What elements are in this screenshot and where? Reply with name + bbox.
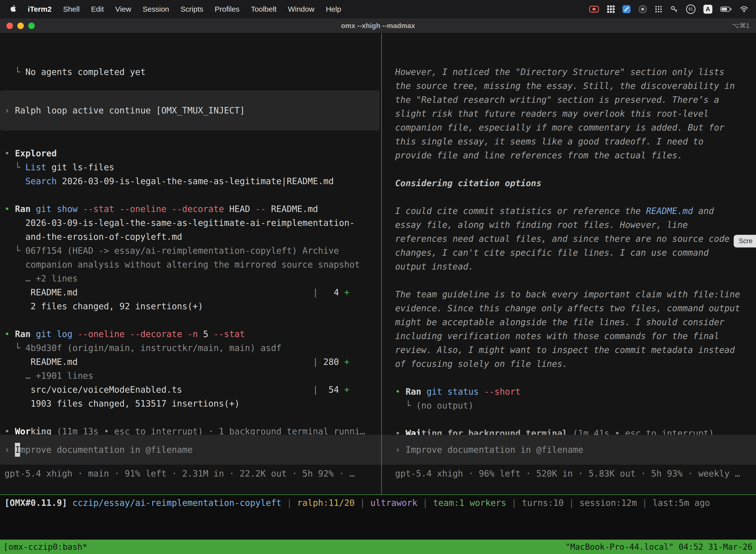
ran-git-status-line: • Ran git status --short <box>395 385 756 399</box>
text-run: essay file, along with finding root file… <box>395 220 688 230</box>
model-status-left: gpt-5.4 xhigh · main · 91% left · 2.31M … <box>4 466 355 481</box>
terminal-pane-right[interactable]: However, I noticed the "Directory Struct… <box>382 33 756 494</box>
text-run: might be acceptable alongside the file l… <box>395 317 724 327</box>
close-window-button[interactable] <box>6 22 13 29</box>
text-run: cczip/essay/ai-reimplementation-copyleft <box>72 498 281 508</box>
input-source-letter: A <box>706 6 710 13</box>
text-run: companion file, especially if more comme… <box>395 123 724 132</box>
text-run: Ralph loop active continue <box>15 106 156 115</box>
terminal-line: review. Also, I might want to inspect th… <box>395 343 756 357</box>
menu-item-iterm2[interactable]: iTerm2 <box>28 5 52 13</box>
text-run: review. Also, I might want to inspect th… <box>395 345 735 355</box>
menu-item-window[interactable]: Window <box>288 5 315 13</box>
text-run: and-the-erosion-of-copyleft.md <box>4 232 182 242</box>
menu-item-view[interactable]: View <box>115 5 131 13</box>
text-run <box>30 329 36 339</box>
terminal-line: README.md | 280 + <box>4 355 381 369</box>
text-run: … +2 lines <box>4 274 78 283</box>
input-source-icon[interactable]: A <box>703 5 712 14</box>
text-run: • <box>4 329 15 339</box>
text-run: including verification notes with those … <box>395 331 719 341</box>
text-run: └ <box>4 67 25 77</box>
menu-item-session[interactable]: Session <box>143 5 169 13</box>
terminal-line: src/voice/voiceModeEnabled.ts | 54 + <box>4 383 381 397</box>
menu-item-profiles[interactable]: Profiles <box>214 5 239 13</box>
tmux-host-clock: "MacBook-Pro-44.local" 04:52 31-Mar-26 <box>565 542 753 552</box>
battery-percent-value: 61 <box>689 7 693 11</box>
menu-bar: iTerm2ShellEditViewSessionScriptsProfile… <box>0 0 756 18</box>
terminal-line: provide file and line references from th… <box>395 149 756 162</box>
text-run: 2 files changed, 92 insertions(+) <box>4 301 203 311</box>
text-run: README.md <box>4 287 78 297</box>
battery-icon[interactable] <box>720 6 732 12</box>
pane-right-scrollback: However, I noticed the "Directory Struct… <box>395 65 756 440</box>
terminal-pane-left[interactable]: └ No agents completed yet› Ralph loop ac… <box>0 33 381 494</box>
screen-tooltip[interactable]: Scre <box>734 235 756 247</box>
text-run: No agents completed yet <box>25 67 145 77</box>
menu-item-help[interactable]: Help <box>326 5 341 13</box>
menu-bar-status-icons: 61 A <box>589 4 749 14</box>
text-run: and <box>693 206 714 216</box>
screen-recording-indicator-icon[interactable] <box>589 5 599 13</box>
text-run: Improve documentation in @filename <box>405 443 583 457</box>
text-run: Ran <box>405 387 421 397</box>
text-run: 1903 files changed, 513517 insertions(+) <box>4 399 240 408</box>
text-run: slight risk that future readers may over… <box>395 109 709 119</box>
text-run: 2026-03-09-is-legal-the-same-as-legitima… <box>57 176 334 186</box>
dark-app-icon[interactable] <box>638 5 647 13</box>
text-run: companion analysis without altering the … <box>4 260 360 270</box>
text-run <box>182 385 313 395</box>
terminal-line: Search 2026-03-09-is-legal-the-same-as-l… <box>4 174 381 188</box>
window-title: omx --xhigh --madmax <box>341 22 415 30</box>
text-run: changes, I can't cite specific file line… <box>395 248 709 258</box>
menu-item-edit[interactable]: Edit <box>91 5 104 13</box>
terminal-line: companion file, especially if more comme… <box>395 121 756 134</box>
grid-icon[interactable] <box>607 5 615 13</box>
text-run: ultrawork <box>370 498 418 508</box>
terminal-line: 2 files changed, 92 insertions(+) <box>4 299 381 313</box>
text-run: turns:10 <box>522 498 564 508</box>
terminal-line: essay file, along with finding root file… <box>395 218 756 232</box>
terminal-line: evidence. Since this change only affects… <box>395 301 756 315</box>
text-run: … +1901 lines <box>4 371 93 381</box>
minimize-window-button[interactable] <box>17 22 24 29</box>
text-run: + <box>344 385 350 395</box>
terminal-line: including verification notes with those … <box>395 329 756 343</box>
terminal-line: … +1901 lines <box>4 369 381 383</box>
wifi-icon[interactable] <box>740 6 749 13</box>
menu-item-scripts[interactable]: Scripts <box>181 5 203 13</box>
text-run: --short <box>484 387 521 397</box>
text-run: List <box>25 162 46 172</box>
blank-line <box>4 313 381 327</box>
text-run: └ <box>4 343 25 353</box>
text-run: + <box>344 287 350 297</box>
battery-percent-icon[interactable]: 61 <box>686 4 695 14</box>
terminal-line: └ 4b9d30f (origin/main, instructkr/main,… <box>4 341 381 355</box>
prompt-input-left[interactable]: › Improve documentation in @filename <box>0 435 381 465</box>
text-run: • <box>395 387 405 397</box>
terminal-line: └ (no output) <box>395 399 756 412</box>
text-run: git ls-files <box>46 162 114 172</box>
text-run: git show <box>36 204 78 214</box>
menu-item-shell[interactable]: Shell <box>63 5 80 13</box>
apple-menu-icon[interactable] <box>9 4 16 14</box>
text-run: (no output) <box>416 401 474 410</box>
text-run: I <box>15 443 20 457</box>
menu-item-toolbelt[interactable]: Toolbelt <box>251 5 276 13</box>
blue-app-icon[interactable] <box>623 5 630 13</box>
terminal-window: └ No agents completed yet› Ralph loop ac… <box>0 33 756 495</box>
prompt-input-right[interactable]: › Improve documentation in @filename <box>382 435 756 465</box>
text-run: session:12m <box>579 498 637 508</box>
text-run: -- <box>255 204 266 214</box>
model-status-right: gpt-5.4 xhigh · 96% left · 520K in · 5.8… <box>395 466 740 481</box>
text-run: output instead. <box>395 262 474 272</box>
text-run: Considering citation options <box>395 178 542 188</box>
tmux-status-bar: [omx-cczip0:bash* "MacBook-Pro-44.local"… <box>0 540 756 554</box>
text-run: --stat --oneline --decorate <box>83 204 224 214</box>
key-icon[interactable] <box>670 5 678 13</box>
dots-grid-icon[interactable] <box>655 5 662 13</box>
text-run: └ <box>4 162 25 172</box>
text-run: Search <box>25 176 57 186</box>
zoom-window-button[interactable] <box>28 22 35 29</box>
terminal-line: references need actual files, and since … <box>395 232 756 246</box>
